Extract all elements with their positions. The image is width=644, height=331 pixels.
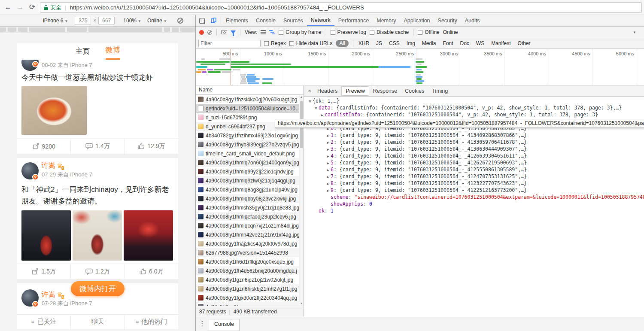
close-icon[interactable]: × [306, 88, 313, 94]
weibo-tab-home[interactable]: 主页 [76, 46, 90, 60]
json-tree-row[interactable]: ▶6: {card_type: 9, itemid: "107603125100… [304, 166, 644, 173]
throttling-caret-icon[interactable]: ▼ [633, 30, 636, 34]
record-icon[interactable] [199, 30, 204, 35]
type-filter-media[interactable]: Media [421, 40, 437, 46]
network-request-row[interactable]: 62677988.jpg?version=1514452998 [196, 248, 303, 257]
json-tree-row[interactable]: ▶5: {card_type: 9, itemid: "107603125100… [304, 159, 644, 166]
post-stat-comment[interactable]: 1.4万 [70, 139, 124, 154]
network-request-row[interactable]: 4a90c0b8ly1fgzn6ipz1oj21w02iokjl.jpg [196, 275, 303, 284]
address-bar[interactable]: 安全 | https://m.weibo.cn/u/1251000504?uid… [40, 2, 642, 13]
media-query-segment[interactable] [88, 27, 162, 32]
name-column-header[interactable]: Name [196, 85, 303, 95]
media-query-segment[interactable] [29, 27, 65, 32]
expanded-arrow-icon[interactable]: ▼ [313, 105, 319, 112]
network-request-row[interactable]: 4a90c0b8gy1fhyb3i39egj227o2vzqv5.jpg [196, 140, 303, 149]
type-filter-all[interactable]: All [336, 40, 348, 47]
media-query-segment[interactable] [172, 27, 179, 32]
collapsed-arrow-icon[interactable]: ▶ [325, 160, 331, 167]
type-filter-js[interactable]: JS [375, 40, 383, 46]
filter-icon[interactable] [231, 30, 236, 34]
json-tree-row[interactable]: ▶1: {card_type: 9, itemid: "107603125100… [304, 132, 644, 139]
devtools-tab-audits[interactable]: Audits [461, 15, 484, 26]
network-request-row[interactable]: 4a90c0b8ly1fhmlq9zlw0j21aj1q4qgl.jpg [196, 176, 303, 185]
collapsed-arrow-icon[interactable]: ▶ [325, 153, 331, 160]
media-query-segment[interactable] [0, 27, 6, 32]
json-tree-row[interactable]: ▶3: {card_type: 9, itemid: "107603125100… [304, 146, 644, 152]
type-filter-img[interactable]: Img [406, 40, 416, 46]
network-request-row[interactable]: 4a90c0b8ly1fhmsh35gy0j21dj1q8e83.jpg [196, 203, 303, 212]
detail-tab-preview[interactable]: Preview [341, 86, 369, 96]
network-request-row[interactable]: 4b340782gy1fhzihmx469j22io1ogx6r.jpg [196, 131, 303, 140]
json-tree-row[interactable]: scheme: "sinaweibo://cardlist?containeri… [304, 194, 644, 200]
weibo-tab-weibo[interactable]: 微博 [106, 45, 120, 60]
detail-tab-headers[interactable]: Headers [313, 87, 341, 95]
devtools-tab-sources[interactable]: Sources [279, 15, 307, 26]
devtools-tab-console[interactable]: Console [252, 15, 279, 26]
detail-tab-response[interactable]: Response [369, 87, 401, 95]
devtools-tab-elements[interactable]: Elements [222, 15, 252, 26]
type-filter-other[interactable]: Other [517, 40, 532, 46]
type-filter-xhr[interactable]: XHR [358, 40, 370, 46]
scroll-down-icon[interactable]: ▼ [299, 301, 304, 306]
throttling-select[interactable]: Online [443, 29, 458, 35]
collapsed-arrow-icon[interactable]: ▶ [325, 187, 331, 194]
type-filter-manifest[interactable]: Manifest [490, 40, 511, 46]
network-request-row[interactable]: 4a90c0b8ly1fhmlq7on60j21400qon9y.jpg [196, 158, 303, 167]
expanded-arrow-icon[interactable]: ▼ [307, 98, 313, 105]
type-filter-doc[interactable]: Doc [459, 40, 470, 46]
collapsed-arrow-icon[interactable]: ▶ [325, 180, 331, 187]
device-toolbar-toggle-icon[interactable] [208, 15, 220, 26]
post-image[interactable] [21, 86, 87, 135]
filter-input[interactable] [198, 40, 261, 47]
reload-icon[interactable]: ⟳ [27, 2, 38, 13]
network-request-row[interactable]: 4a90c0b8ly1fh6d1rfllqj20qo0xsqa5.jpg [196, 257, 303, 266]
type-filter-font[interactable]: Font [442, 40, 454, 46]
type-filter-ws[interactable]: WS [475, 40, 485, 46]
collapsed-arrow-icon[interactable]: ▶ [325, 146, 331, 153]
detail-tab-timing[interactable]: Timing [428, 87, 452, 95]
json-tree-row[interactable]: ▶cardlistInfo: {containerid: "1076031251… [304, 111, 644, 118]
action-followed[interactable]: ≡已关注 [17, 315, 70, 329]
network-request-row[interactable]: 4a90c0b8ly1fhmlq99y2lj22io1cjhdv.jpg [196, 167, 303, 176]
json-tree-row[interactable]: showAppTips: 0 [304, 200, 644, 207]
json-tree-row[interactable]: ▶2: {card_type: 9, itemid: "107603125100… [304, 139, 644, 146]
network-request-row[interactable]: 4a90c0b8ly1fhmn42ve21j21n91xf4ag.jpg [196, 230, 303, 239]
post-stat-repost[interactable]: 1.5万 [17, 264, 70, 279]
json-tree-row[interactable]: ▶8: {card_type: 9, itemid: "107603125100… [304, 180, 644, 187]
action-his-hot[interactable]: ≡他的热门 [125, 315, 178, 329]
waterfall-view-icon[interactable] [269, 29, 275, 35]
throttle-select[interactable]: Online▼ [147, 18, 167, 24]
devtools-tab-memory[interactable]: Memory [373, 15, 400, 26]
viewport-width-input[interactable]: 375 [75, 17, 91, 24]
devtools-tab-performance[interactable]: Performance [334, 15, 373, 26]
preserve-log-checkbox[interactable]: Preserve log [331, 29, 366, 35]
network-request-row[interactable]: 4a90c0b8gy1fhaj2kcs4aj20kt0v978d.jpg [196, 239, 303, 248]
network-request-row[interactable]: getIndex?uid=1251000504&luicode=10… [196, 104, 303, 113]
regex-checkbox[interactable]: Regex [264, 40, 286, 46]
post-stat-comment[interactable]: 1.2万 [70, 264, 124, 279]
json-tree-row[interactable]: ok: 1 [304, 207, 644, 214]
json-tree-row[interactable]: ▶7: {card_type: 9, itemid: "107603125100… [304, 173, 644, 180]
post-stat-like[interactable]: 12.9万 [125, 139, 178, 154]
post-image-thumbnail[interactable] [21, 210, 71, 261]
network-request-row[interactable]: 4a90c0b8ly1fgzn6hiskbj21mh27g1l1.jpg [196, 284, 303, 293]
media-query-segment[interactable] [8, 27, 16, 32]
devtools-tab-security[interactable]: Security [434, 15, 461, 26]
network-request-row[interactable]: 4a90c0b8gy1fhzsl4ko0gj20v60kuagt.jpg [196, 95, 303, 104]
network-request-row[interactable]: 4a90c0b8gy1f [196, 302, 303, 306]
viewport-height-input[interactable]: 667 [98, 17, 115, 24]
media-query-segment[interactable] [180, 27, 195, 32]
collapsed-arrow-icon[interactable]: ▶ [319, 112, 325, 118]
action-chat[interactable]: 聊天 [70, 315, 124, 329]
collapsed-arrow-icon[interactable]: ▶ [325, 139, 331, 146]
drawer-menu-icon[interactable]: ⋮ [196, 317, 209, 330]
json-tree-row[interactable]: ▶9: {card_type: 9, itemid: "107603125100… [304, 187, 644, 194]
post-stat-repost[interactable]: 9200 [17, 139, 70, 154]
disable-cache-checkbox[interactable]: Disable cache [370, 29, 409, 35]
network-request-row[interactable]: 4a90c0b8ly1fhmlq8ag3gj21un1lp49v.jpg [196, 185, 303, 194]
network-request-row[interactable]: 4a90c0b8ly1fhmlqcqn7vj21oz1m84bl.jpg [196, 221, 303, 230]
post-stat-like[interactable]: 6.0万 [125, 264, 178, 279]
list-view-icon[interactable] [261, 29, 266, 35]
device-select[interactable]: iPhone 6▼ [43, 18, 68, 24]
inspect-element-icon[interactable] [196, 15, 208, 26]
